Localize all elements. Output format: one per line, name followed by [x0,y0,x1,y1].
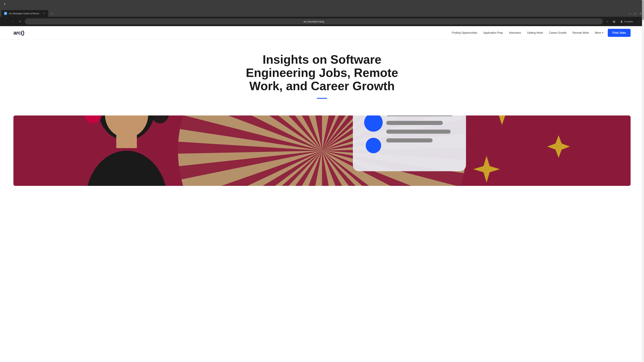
nav-link-finding-opportunities[interactable]: Finding Opportunities [452,31,477,34]
scrollbar-track[interactable] [642,0,644,186]
burst-background: 23 Top Sites to Find Remote Work in 2024 [14,115,630,186]
site-logo[interactable]: arc() [14,30,24,36]
more-dropdown-button[interactable]: More ▼ [595,31,604,34]
svg-point-30 [84,115,102,123]
site-navigation: arc() Finding Opportunities Application … [0,26,644,39]
tabs-bar: A Arc Developer Career & Remot... ✕ + – … [0,8,644,17]
svg-rect-38 [386,121,443,125]
incognito-badge[interactable]: Incognito [618,19,634,24]
incognito-label: Incognito [624,20,633,23]
back-button[interactable]: ← [3,19,8,24]
restore-button[interactable]: ◻ [633,11,637,15]
window-tab-list[interactable]: ▼ [3,2,7,6]
hero-section: Insights on Software Engineering Jobs, R… [0,39,644,109]
tab-favicon: A [4,12,7,15]
nav-link-remote-work[interactable]: Remote Work [572,31,589,34]
nav-item-career-growth[interactable]: Career Growth [549,31,566,34]
title-bar: ▼ [0,0,644,8]
featured-image-card[interactable]: 23 Top Sites to Find Remote Work in 2024 [14,115,630,186]
nav-item-application-prep[interactable]: Application Prep [483,31,503,34]
find-jobs-button[interactable]: Find Jobs [608,29,630,37]
nav-item-interviews[interactable]: Interviews [509,31,521,34]
minimize-button[interactable]: – [628,11,632,15]
sunburst-svg: 23 Top Sites to Find Remote Work in 2024 [14,115,630,186]
hero-divider [317,98,327,99]
website-content: arc() Finding Opportunities Application … [0,26,644,186]
nav-item-getting-hired[interactable]: Getting Hired [527,31,543,34]
nav-link-interviews[interactable]: Interviews [509,31,521,34]
address-input[interactable] [25,18,603,24]
hero-title: Insights on Software Engineering Jobs, R… [230,53,414,93]
more-label: More [595,31,601,34]
menu-icon[interactable]: ⋮ [636,19,641,24]
reload-button[interactable]: ↻ [18,19,23,24]
incognito-icon [620,20,623,23]
nav-item-remote-work[interactable]: Remote Work [572,31,589,34]
extensions-icon[interactable]: ▦ [612,19,616,24]
nav-item-more[interactable]: More ▼ [595,31,604,34]
svg-rect-40 [386,138,432,142]
browser-chrome: ▼ A Arc Developer Career & Remot... ✕ + … [0,0,644,26]
bookmark-icon[interactable]: ☆ [605,19,610,24]
scrollbar-thumb[interactable] [642,0,644,20]
tab-title: Arc Developer Career & Remot... [9,12,41,15]
svg-point-33 [85,151,168,186]
new-tab-button[interactable]: + [49,11,55,17]
address-bar: ← → ↻ ☆ ▦ Incognito ⋮ [0,17,644,26]
window-controls: ▼ [3,2,7,6]
address-icons: ☆ ▦ Incognito ⋮ [605,19,641,24]
forward-button[interactable]: → [10,19,16,24]
nav-link-getting-hired[interactable]: Getting Hired [527,31,543,34]
nav-item-finding-opportunities[interactable]: Finding Opportunities [452,31,477,34]
active-tab[interactable]: A Arc Developer Career & Remot... ✕ [1,10,48,17]
tab-close-button[interactable]: ✕ [42,12,46,15]
nav-link-career-growth[interactable]: Career Growth [549,31,566,34]
svg-rect-37 [386,115,453,116]
nav-links: Finding Opportunities Application Prep I… [452,31,604,34]
nav-link-application-prep[interactable]: Application Prep [483,31,503,34]
svg-point-41 [366,138,381,153]
chevron-down-icon: ▼ [602,32,604,34]
svg-rect-39 [386,130,450,134]
